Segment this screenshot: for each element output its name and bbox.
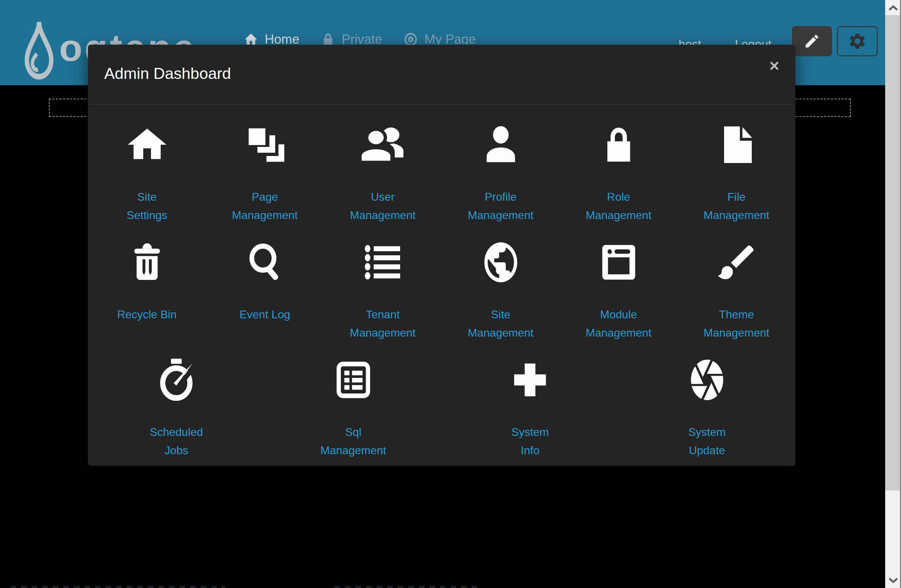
tile-file-management[interactable]: FileManagement: [678, 121, 795, 224]
tile-theme-management[interactable]: ThemeManagement: [678, 239, 795, 342]
tile-site-settings[interactable]: SiteSettings: [88, 121, 206, 224]
scroll-up-button[interactable]: [885, 0, 901, 15]
table-icon: [333, 356, 374, 404]
tile-site-management[interactable]: SiteManagement: [442, 239, 560, 342]
tile-page-management[interactable]: PageManagement: [206, 121, 324, 224]
modal-title: Admin Dashboard: [104, 64, 231, 83]
lock-icon: [599, 121, 639, 168]
tile-system-info[interactable]: SystemInfo: [442, 356, 619, 460]
file-icon: [716, 121, 757, 168]
water-drop-icon: [25, 20, 53, 80]
tile-sql-management[interactable]: SqlManagement: [265, 356, 442, 460]
page-settings-button[interactable]: [837, 26, 878, 56]
scroll-down-button[interactable]: [885, 573, 901, 588]
plus-icon: [508, 356, 552, 404]
pages-icon: [243, 121, 287, 168]
globe-icon: [481, 239, 521, 286]
tile-row: Recycle Bin Event Log TenantManagement S…: [88, 239, 795, 342]
clipped-bottom-content: [11, 586, 225, 588]
admin-tile-grid: SiteSettings PageManagement UserManageme…: [88, 104, 795, 460]
scrollbar-thumb[interactable]: [885, 15, 901, 490]
tile-module-management[interactable]: ModuleManagement: [560, 239, 678, 342]
search-icon: [244, 239, 286, 286]
people-icon: [356, 121, 410, 168]
tile-tenant-management[interactable]: TenantManagement: [324, 239, 442, 342]
modal-header: Admin Dashboard ×: [88, 45, 795, 104]
tile-recycle-bin[interactable]: Recycle Bin: [88, 239, 206, 342]
trash-icon: [128, 239, 167, 286]
edit-mode-button[interactable]: [792, 26, 832, 56]
aperture-icon: [688, 356, 726, 404]
list-icon: [361, 239, 405, 286]
vertical-scrollbar[interactable]: [885, 0, 901, 588]
admin-dashboard-modal: Admin Dashboard × SiteSettings PageManag…: [88, 45, 795, 466]
home-icon: [124, 121, 170, 168]
tile-event-log[interactable]: Event Log: [206, 239, 324, 342]
gear-icon: [848, 32, 867, 51]
window-icon: [598, 239, 639, 286]
tile-user-management[interactable]: UserManagement: [324, 121, 442, 224]
tile-row: ScheduledJobs SqlManagement SystemInfo S…: [88, 356, 795, 460]
clipped-bottom-content: [334, 586, 482, 588]
tile-role-management[interactable]: RoleManagement: [560, 121, 678, 224]
tile-row: SiteSettings PageManagement UserManageme…: [88, 121, 795, 224]
chevron-down-icon: [889, 577, 898, 584]
pencil-icon: [803, 33, 820, 50]
tile-profile-management[interactable]: ProfileManagement: [442, 121, 560, 224]
close-icon[interactable]: ×: [767, 55, 781, 76]
chevron-up-icon: [889, 4, 898, 11]
brush-icon: [714, 239, 759, 286]
tile-system-update[interactable]: SystemUpdate: [619, 356, 796, 460]
timer-icon: [155, 356, 198, 404]
person-icon: [480, 121, 522, 168]
tile-scheduled-jobs[interactable]: ScheduledJobs: [88, 356, 265, 460]
